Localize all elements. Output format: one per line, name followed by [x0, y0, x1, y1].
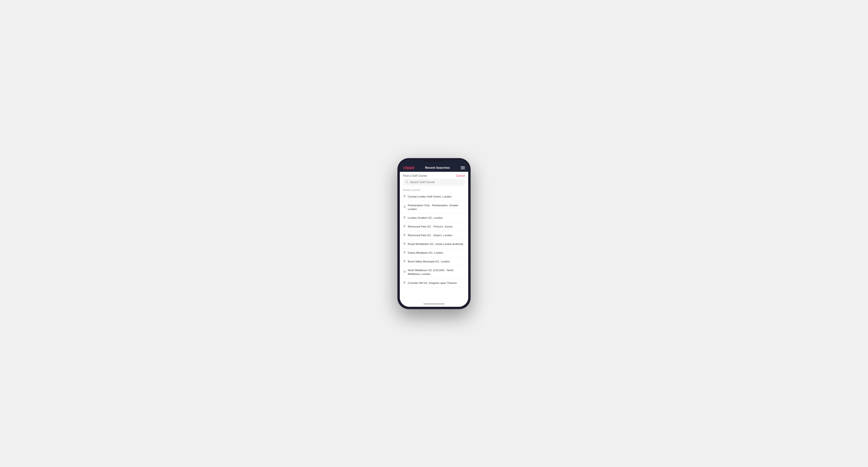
- menu-line-1: [461, 166, 465, 167]
- svg-point-2: [404, 195, 405, 196]
- course-name: Central London Golf Centre, London: [408, 195, 452, 198]
- location-pin-icon: [403, 271, 406, 274]
- location-pin-icon: [403, 242, 406, 246]
- svg-point-5: [404, 225, 405, 226]
- hamburger-icon[interactable]: [461, 166, 465, 169]
- list-item[interactable]: Richmond Park GC - Duke's, London: [400, 231, 468, 240]
- phone-screen: clippd Recent Searches Find a Golf Cours…: [400, 160, 468, 307]
- svg-point-9: [404, 260, 405, 261]
- nav-title: Recent Searches: [425, 166, 450, 169]
- find-label: Find a Golf Course: [403, 174, 427, 178]
- phone-notch: [423, 160, 445, 162]
- menu-line-3: [461, 169, 465, 169]
- location-pin-icon: [403, 251, 406, 254]
- nav-bar: clippd Recent Searches: [400, 164, 468, 172]
- main-content: Find a Golf Course Cancel Nearby courses: [400, 172, 468, 301]
- course-name: Dukes Meadows GC, London: [408, 251, 443, 255]
- location-pin-icon: [403, 234, 406, 237]
- location-pin-icon: [403, 260, 406, 263]
- find-header: Find a Golf Course Cancel: [400, 172, 468, 179]
- list-item[interactable]: Coombe Hill GC, Kingston upon Thames: [400, 279, 468, 287]
- search-box: [403, 179, 465, 185]
- list-item[interactable]: Richmond Park GC - Prince's, Surrey: [400, 222, 468, 231]
- list-item[interactable]: Roehampton Club - Roehampton, Greater Lo…: [400, 201, 468, 214]
- course-name: Royal Wimbledon GC, Great London Authori…: [408, 242, 463, 246]
- phone-frame: clippd Recent Searches Find a Golf Cours…: [397, 158, 471, 309]
- list-item[interactable]: Royal Wimbledon GC, Great London Authori…: [400, 240, 468, 248]
- course-name: Coombe Hill GC, Kingston upon Thames: [408, 281, 457, 285]
- location-pin-icon: [403, 216, 406, 219]
- nearby-section-label: Nearby courses: [400, 187, 468, 192]
- svg-point-6: [404, 234, 405, 235]
- course-name: Richmond Park GC - Prince's, Surrey: [408, 225, 453, 228]
- search-container: [400, 179, 468, 187]
- svg-point-11: [404, 282, 405, 282]
- home-indicator: [400, 301, 468, 307]
- location-pin-icon: [403, 281, 406, 285]
- location-pin-icon: [403, 206, 406, 209]
- list-item[interactable]: Brent Valley Municipal GC, London: [400, 257, 468, 266]
- svg-point-7: [404, 243, 405, 244]
- menu-line-2: [461, 167, 465, 168]
- svg-point-10: [404, 271, 405, 272]
- course-name: North Middlesex GC (1011942 - North Midd…: [408, 268, 465, 276]
- app-logo: clippd: [403, 166, 414, 170]
- course-name: Brent Valley Municipal GC, London: [408, 259, 450, 263]
- svg-point-4: [404, 217, 405, 217]
- list-item[interactable]: Dukes Meadows GC, London: [400, 248, 468, 257]
- svg-line-1: [407, 182, 408, 183]
- course-name: Roehampton Club - Roehampton, Greater Lo…: [408, 204, 465, 211]
- course-list: Central London Golf Centre, London Roeha…: [400, 192, 468, 301]
- course-name: Richmond Park GC - Duke's, London: [408, 234, 453, 237]
- list-item[interactable]: Central London Golf Centre, London: [400, 192, 468, 201]
- home-bar: [423, 304, 445, 304]
- svg-point-3: [404, 206, 405, 207]
- course-name: London Scottish GC, London: [408, 216, 443, 220]
- list-item[interactable]: London Scottish GC, London: [400, 214, 468, 222]
- svg-point-8: [404, 252, 405, 252]
- cancel-button[interactable]: Cancel: [456, 174, 465, 178]
- list-item[interactable]: North Middlesex GC (1011942 - North Midd…: [400, 266, 468, 278]
- search-icon: [405, 181, 408, 184]
- location-pin-icon: [403, 225, 406, 228]
- location-pin-icon: [403, 195, 406, 198]
- search-input[interactable]: [410, 181, 463, 184]
